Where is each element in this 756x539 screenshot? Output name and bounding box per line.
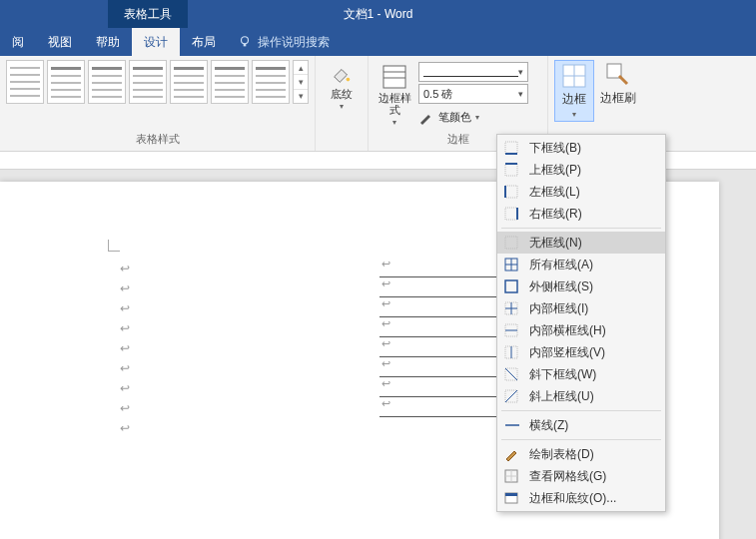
menu-item-label: 左框线(L) [529,184,580,201]
menu-item-label: 右框线(R) [529,206,582,223]
border-grid-icon [503,468,521,484]
svg-rect-14 [505,186,517,198]
paragraph-mark: ↩ [120,421,130,441]
border-insideh-icon [503,322,521,338]
menu-item-diagdown[interactable]: 斜下框线(W) [497,363,665,385]
svg-line-33 [505,390,517,402]
menu-separator [501,410,661,411]
border-inside-icon [503,300,521,316]
pen-color-button[interactable]: 笔颜色 ▾ [418,110,528,125]
group-table-styles: ▴▾▾ 表格样式 [0,56,316,151]
pen-color-label: 笔颜色 [438,110,471,125]
svg-rect-3 [383,66,405,88]
menu-separator [501,439,661,440]
svg-line-31 [505,368,517,380]
border-painter-icon [605,62,631,88]
border-top-icon [503,162,521,178]
menu-item-label: 边框和底纹(O)... [529,490,616,507]
title-bar: 文档1 - Word 表格工具 [0,0,756,28]
tell-me-search[interactable]: 操作说明搜索 [228,28,340,56]
style-thumb[interactable] [6,60,44,104]
tell-me-label: 操作说明搜索 [258,34,330,51]
menu-item-label: 外侧框线(S) [529,278,593,295]
menu-item-label: 内部竖框线(V) [529,344,605,361]
menu-item-outside[interactable]: 外侧框线(S) [497,275,665,297]
svg-rect-10 [505,142,517,154]
line-weight-combo[interactable]: 0.5 磅▾ [418,84,528,104]
contextual-tab-table-tools[interactable]: 表格工具 [108,0,188,28]
gallery-nav[interactable]: ▴▾▾ [293,60,309,104]
border-right-icon [503,206,521,222]
menu-item-diagup[interactable]: 斜上框线(U) [497,385,665,407]
table-style-gallery[interactable]: ▴▾▾ [6,60,309,104]
tab-review[interactable]: 阅 [0,28,36,56]
chevron-down-icon: ▾ [392,118,396,127]
style-thumb[interactable] [88,60,126,104]
menu-item-none[interactable]: 无框线(N) [497,232,665,254]
svg-point-0 [242,37,249,44]
tab-layout[interactable]: 布局 [180,28,228,56]
menu-item-label: 查看网格线(G) [529,468,606,485]
tab-help[interactable]: 帮助 [84,28,132,56]
border-dialog-icon [503,490,521,506]
svg-point-2 [347,78,351,82]
menu-item-dialog[interactable]: 边框和底纹(O)... [497,487,665,509]
menu-item-all[interactable]: 所有框线(A) [497,254,665,275]
borders-icon [561,63,587,89]
menu-item-bottom[interactable]: 下框线(B) [497,137,665,159]
margin-marker [108,240,120,252]
svg-rect-12 [505,164,517,176]
borders-menu: 下框线(B)上框线(P)左框线(L)右框线(R)无框线(N)所有框线(A)外侧框… [496,134,666,512]
group-label-styles: 表格样式 [6,132,309,149]
lightbulb-icon [238,35,252,49]
svg-rect-16 [505,208,517,220]
paragraph-marks-col: ↩↩↩↩↩↩↩↩↩ [120,262,130,441]
border-none-icon [503,235,521,251]
borders-dropdown-button[interactable]: 边框 ▾ [554,60,594,122]
style-thumb[interactable] [170,60,208,104]
menu-item-label: 上框线(P) [529,162,581,179]
menu-item-insidev[interactable]: 内部竖框线(V) [497,341,665,363]
style-thumb[interactable] [129,60,167,104]
menu-item-right[interactable]: 右框线(R) [497,203,665,225]
border-diagup-icon [503,388,521,404]
line-style-combo[interactable]: ▾ [418,62,528,82]
border-style-label: 边框样式 [377,92,412,116]
menu-item-draw[interactable]: 绘制表格(D) [497,443,665,465]
group-shading: 底纹 ▾ [316,56,369,151]
border-diagdown-icon [503,366,521,382]
paragraph-mark: ↩ [120,281,130,301]
tab-view[interactable]: 视图 [36,28,84,56]
paragraph-mark: ↩ [120,361,130,381]
menu-item-left[interactable]: 左框线(L) [497,181,665,203]
svg-rect-1 [244,44,247,47]
chevron-down-icon: ▾ [475,113,479,122]
menu-item-label: 横线(Z) [529,417,568,434]
svg-rect-18 [505,237,517,249]
border-painter-button[interactable]: 边框刷 [598,60,638,109]
shading-button[interactable]: 底纹 ▾ [322,60,362,115]
menu-item-insideh[interactable]: 内部横框线(H) [497,319,665,341]
svg-rect-39 [505,493,517,496]
border-style-button[interactable]: 边框样式 ▾ [375,60,414,131]
menu-item-hline[interactable]: 横线(Z) [497,414,665,436]
borders-label: 边框 [562,91,586,108]
menu-item-top[interactable]: 上框线(P) [497,159,665,181]
paragraph-mark: ↩ [120,321,130,341]
svg-rect-9 [607,64,621,78]
border-style-icon [381,64,407,90]
border-insidev-icon [503,344,521,360]
menu-item-inside[interactable]: 内部框线(I) [497,297,665,319]
menu-separator [501,228,661,229]
menu-item-label: 内部横框线(H) [529,322,606,339]
menu-item-label: 斜下框线(W) [529,366,596,383]
menu-item-label: 斜上框线(U) [529,388,594,405]
style-thumb[interactable] [252,60,290,104]
tab-design[interactable]: 设计 [132,28,180,56]
style-thumb[interactable] [47,60,85,104]
style-thumb[interactable] [211,60,249,104]
border-hline-icon [503,417,521,433]
chevron-down-icon: ▾ [572,110,576,119]
paragraph-mark: ↩ [120,401,130,421]
menu-item-grid[interactable]: 查看网格线(G) [497,465,665,487]
